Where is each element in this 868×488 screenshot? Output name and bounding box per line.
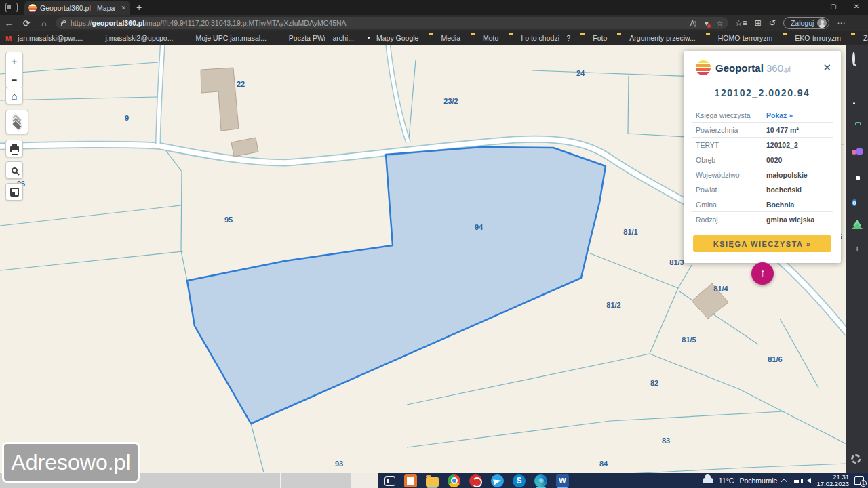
bookmark-label: Foto <box>593 34 607 42</box>
office-app-icon[interactable] <box>404 474 417 487</box>
sidebar-shopping-icon[interactable] <box>851 100 863 113</box>
bookmark-label: HOMO-terroryzm <box>718 34 773 42</box>
tab-actions-icon[interactable] <box>5 3 18 12</box>
weather-condition[interactable]: Pochmurnie <box>739 476 777 485</box>
scroll-up-fab[interactable]: ↑ <box>751 262 774 285</box>
legend-control[interactable] <box>5 183 23 201</box>
telegram-icon[interactable] <box>491 474 504 487</box>
bookmark-label: EKO-trrroryzm <box>795 34 841 42</box>
gmail-icon: M <box>5 35 14 42</box>
bookmark-item-9[interactable]: Argumenty przeciw... <box>617 34 695 42</box>
weather-temp[interactable]: 11°C <box>719 476 734 485</box>
browser-toolbar: ← ⟳ ⌂ https://geoportal360.pl/map/#l:49.… <box>0 15 868 31</box>
bookmark-item-5[interactable]: Media <box>429 34 460 42</box>
parcel-label-81-4: 81/4 <box>713 285 728 293</box>
parcel-label-23-2: 23/2 <box>443 97 458 105</box>
word-icon[interactable]: W <box>556 474 569 487</box>
tray-expand-icon[interactable] <box>781 478 788 485</box>
upc-mail-icon <box>93 35 102 42</box>
more-menu-icon[interactable]: ⋯ <box>837 18 845 28</box>
bookmark-item-11[interactable]: EKO-trrroryzm <box>783 34 841 42</box>
sidebar-games-icon[interactable] <box>851 148 863 160</box>
legend-icon <box>10 188 19 197</box>
bookmark-item-10[interactable]: HOMO-terroryzm <box>706 34 773 42</box>
sidebar-add-icon[interactable]: + <box>851 243 863 255</box>
ksiega-wieczysta-button[interactable]: KSIĘGA WIECZYSTA » <box>693 235 831 252</box>
attribute-label: Obręb <box>696 156 766 164</box>
pokaz-link[interactable]: Pokaż » <box>766 111 793 119</box>
add-favorite-icon[interactable]: ☆ <box>717 20 723 27</box>
collections-icon[interactable]: ⊞ <box>755 18 762 28</box>
edge-icon[interactable] <box>534 474 547 487</box>
history-icon[interactable]: ↺ <box>769 18 776 28</box>
browser-tab[interactable]: Geoportal360.pl - Mapa Interakty ✕ <box>24 1 130 15</box>
folder-icon <box>706 35 715 42</box>
sidebar-outlook-icon[interactable]: o <box>851 195 863 207</box>
new-tab-button[interactable]: + <box>136 2 142 13</box>
task-view-icon[interactable] <box>384 476 395 486</box>
refresh-button[interactable]: ⟳ <box>18 18 35 28</box>
window-maximize-button[interactable]: ▢ <box>822 0 845 15</box>
bookmark-item-1[interactable]: j.masalski2@upcpo... <box>93 34 173 42</box>
address-bar[interactable]: https://geoportal360.pl/map/#l:49.94117,… <box>56 17 728 29</box>
folder-icon <box>851 35 860 42</box>
bookmark-item-6[interactable]: Moto <box>471 34 498 42</box>
bookmark-item-3[interactable]: Poczta PWr - archi... <box>277 34 354 42</box>
bookmark-item-12[interactable]: Zakupy <box>851 34 868 42</box>
login-button[interactable]: Zaloguj <box>783 17 829 29</box>
bookmark-label: I o to chodzi---? <box>521 34 570 42</box>
sidebar-search-icon[interactable] <box>851 53 863 65</box>
parcel-attribute-row-2: TERYT120102_2 <box>692 138 833 152</box>
geoportal-favicon-icon <box>28 4 37 12</box>
tab-close-icon[interactable]: ✕ <box>121 5 126 12</box>
browser-essentials-icon[interactable]: ♥ <box>705 20 709 27</box>
zoom-out-button[interactable]: − <box>5 70 23 88</box>
layers-control[interactable] <box>5 110 28 134</box>
parcel-attribute-row-3: Obręb0020 <box>692 152 833 167</box>
zoom-control: + − <box>5 52 23 89</box>
file-explorer-icon[interactable] <box>426 477 439 487</box>
window-close-button[interactable]: ✕ <box>845 0 868 15</box>
system-tray: 11°C Pochmurnie 21:31 17.02.2023 1 <box>703 473 864 488</box>
bookmark-item-2[interactable]: Moje UPC jan.masal... <box>183 34 266 42</box>
volume-icon[interactable] <box>807 478 811 483</box>
bookmark-label: Poczta PWr - archi... <box>289 34 354 42</box>
sidebar-office-icon[interactable] <box>851 171 863 184</box>
taskbar-light-segment <box>351 473 378 488</box>
url-text[interactable]: https://geoportal360.pl/map/#l:49.94117,… <box>71 19 686 27</box>
edge-sidebar: o + <box>846 45 868 473</box>
sidebar-tools-icon[interactable] <box>851 124 863 136</box>
parcel-label-81-2: 81/2 <box>606 301 620 309</box>
favorites-icon[interactable]: ☆≡ <box>735 18 747 28</box>
notification-icon[interactable]: 1 <box>854 476 864 485</box>
print-control[interactable] <box>5 140 23 157</box>
bookmark-item-8[interactable]: Foto <box>580 34 607 42</box>
opera-icon[interactable] <box>469 474 482 487</box>
weather-cloud-icon[interactable] <box>703 478 713 483</box>
geoportal-logo-icon <box>696 60 711 75</box>
home-button[interactable]: ⌂ <box>35 18 53 28</box>
zoom-in-button[interactable]: + <box>5 52 23 70</box>
bookmark-label: Argumenty przeciw... <box>629 34 695 42</box>
sidebar-tree-icon[interactable] <box>851 219 863 231</box>
read-aloud-icon[interactable]: A) <box>690 20 696 27</box>
bookmark-item-0[interactable]: Mjan.masalski@pwr.... <box>5 34 83 42</box>
search-control[interactable] <box>5 161 23 179</box>
upc-account-icon <box>183 35 192 42</box>
window-minimize-button[interactable]: — <box>799 0 822 15</box>
folder-icon <box>783 35 791 42</box>
parcel-label-93: 93 <box>335 460 343 468</box>
parcel-attribute-row-0: Księga wieczystaPokaż » <box>692 108 833 123</box>
home-control[interactable]: ⌂ <box>5 87 23 104</box>
parcel-attribute-row-4: Województwomałopolskie <box>692 167 833 182</box>
clock[interactable]: 21:31 17.02.2023 <box>816 474 849 487</box>
panel-close-icon[interactable]: ✕ <box>823 62 831 74</box>
sidebar-settings-icon[interactable] <box>851 454 861 464</box>
sidebar-discover-icon[interactable] <box>851 77 863 89</box>
skype-icon[interactable]: S <box>513 474 526 487</box>
screen: Geoportal360.pl - Mapa Interakty ✕ + — ▢… <box>0 0 868 488</box>
bookmark-item-4[interactable]: Mapy Google <box>364 34 418 42</box>
bookmark-item-7[interactable]: I o to chodzi---? <box>509 34 570 42</box>
chrome-icon[interactable] <box>448 474 460 487</box>
back-button[interactable]: ← <box>0 18 18 28</box>
